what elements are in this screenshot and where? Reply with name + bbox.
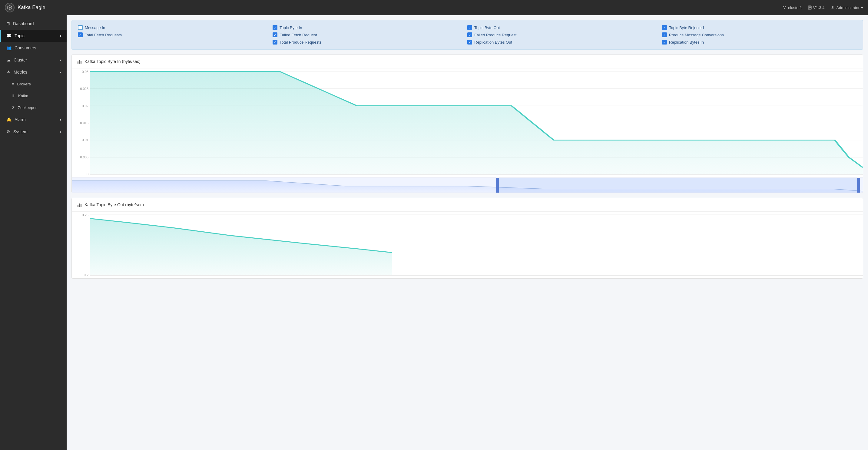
filter-empty [78,40,273,44]
metrics-icon: 👁 [6,70,10,74]
total-produce-requests-label: Total Produce Requests [280,40,321,44]
svg-rect-31 [496,178,860,193]
filter-grid: Message In ✓ Topic Byte In ✓ Topic Byte … [78,25,857,44]
sidebar-label-metrics: Metrics [13,70,27,74]
filter-total-produce-requests[interactable]: ✓ Total Produce Requests [273,40,467,44]
sidebar-item-topic[interactable]: 💬 Topic ▾ [0,30,67,42]
filter-failed-produce-request[interactable]: ✓ Failed Produce Request [467,32,662,37]
chart2-body: 0.25 0.2 [72,212,863,278]
alarm-chevron-icon: ▾ [60,118,61,122]
topic-byte-rejected-checkbox[interactable]: ✓ [662,25,667,30]
message-in-checkbox[interactable] [78,25,83,30]
sidebar-label-kafka: Kafka [18,94,28,98]
failed-fetch-request-label: Failed Fetch Request [280,33,317,37]
svg-point-10 [832,6,834,8]
dashboard-icon: ⊞ [6,21,10,26]
topnav-right: cluster1 V1.3.4 Administrator ▾ [782,5,863,10]
system-icon: ⚙ [6,129,10,134]
filter-panel: Message In ✓ Topic Byte In ✓ Topic Byte … [71,20,863,50]
filter-produce-message-conversions[interactable]: ✓ Produce Message Conversions [662,32,857,37]
chart1-minimap[interactable] [72,178,863,193]
filter-failed-fetch-request[interactable]: ✓ Failed Fetch Request [273,32,467,37]
sidebar-item-dashboard[interactable]: ⊞ Dashboard [0,18,67,30]
sidebar-item-zookeeper[interactable]: ⊼ Zookeeper [0,102,67,114]
sidebar-label-alarm: Alarm [14,117,26,122]
chart1-body: 0.03 0.025 0.02 0.015 0.01 0.005 0 [72,68,863,178]
version-indicator: V1.3.4 [808,5,825,10]
sidebar-label-zookeeper: Zookeeper [18,105,37,110]
brokers-icon: ≡ [12,82,14,86]
svg-rect-11 [78,62,79,64]
user-dropdown-icon: ▾ [861,5,863,10]
produce-message-conversions-label: Produce Message Conversions [669,33,724,37]
topic-byte-in-checkbox[interactable]: ✓ [273,25,277,30]
filter-replication-bytes-out[interactable]: ✓ Replication Bytes Out [467,40,662,44]
sidebar-item-brokers[interactable]: ≡ Brokers [0,78,67,90]
consumers-icon: 👥 [6,45,11,50]
replication-bytes-out-label: Replication Bytes Out [474,40,512,44]
svg-rect-32 [78,205,79,207]
sidebar-item-alarm[interactable]: 🔔 Alarm ▾ [0,114,67,126]
user-indicator[interactable]: Administrator ▾ [831,5,863,10]
filter-topic-byte-out[interactable]: ✓ Topic Byte Out [467,25,662,30]
sidebar-label-dashboard: Dashboard [13,21,34,26]
chart2-svg [90,215,863,275]
cluster-indicator: cluster1 [782,5,802,10]
sidebar-item-metrics[interactable]: 👁 Metrics ▾ [0,66,67,78]
replication-bytes-in-label: Replication Bytes In [669,40,704,44]
topic-chevron-icon: ▾ [60,34,61,37]
sidebar-item-cluster[interactable]: ☁ Cluster ▾ [0,54,67,66]
topic-byte-out-label: Topic Byte Out [474,26,500,30]
main-content: Message In ✓ Topic Byte In ✓ Topic Byte … [67,15,868,450]
system-chevron-icon: ▾ [60,130,61,133]
cluster-chevron-icon: ▾ [60,59,61,62]
svg-point-0 [9,7,10,8]
chart1-title: Kafka Topic Byte In (byte/sec) [85,59,141,64]
chart1-minimap-svg [72,178,863,193]
failed-produce-request-label: Failed Produce Request [474,33,516,37]
chart-bar2-icon [77,202,82,207]
failed-fetch-request-checkbox[interactable]: ✓ [273,32,277,37]
svg-rect-33 [79,203,80,207]
app-title: Kafka Eagle [18,4,45,10]
kafka-icon: ⊪ [12,94,15,98]
alarm-icon: 🔔 [6,117,11,122]
filter-message-in[interactable]: Message In [78,25,273,30]
chart1-svg: 2019-07-14 16:15 2019-07-14 16:27 2019-0… [90,71,863,174]
produce-message-conversions-checkbox[interactable]: ✓ [662,32,667,37]
filter-topic-byte-rejected[interactable]: ✓ Topic Byte Rejected [662,25,857,30]
sidebar-label-consumers: Consumers [14,45,36,50]
sidebar-label-system: System [13,129,28,134]
svg-rect-13 [81,61,82,64]
topic-byte-in-label: Topic Byte In [280,26,302,30]
top-navbar: Kafka Eagle cluster1 V1.3.4 Administrato… [0,0,868,15]
sidebar-label-topic: Topic [14,33,25,38]
sidebar-item-system[interactable]: ⚙ System ▾ [0,126,67,138]
chart1-y-labels: 0.03 0.025 0.02 0.015 0.01 0.005 0 [72,68,88,178]
total-fetch-requests-checkbox[interactable]: ✓ [78,32,83,37]
zookeeper-icon: ⊼ [12,105,15,110]
cluster-icon: ☁ [6,58,10,62]
sidebar-label-brokers: Brokers [17,82,31,86]
sidebar-item-consumers[interactable]: 👥 Consumers [0,42,67,54]
svg-rect-34 [81,204,82,207]
total-produce-requests-checkbox[interactable]: ✓ [273,40,277,44]
topic-icon: 💬 [6,33,11,38]
replication-bytes-out-checkbox[interactable]: ✓ [467,40,472,44]
filter-topic-byte-in[interactable]: ✓ Topic Byte In [273,25,467,30]
filter-total-fetch-requests[interactable]: ✓ Total Fetch Requests [78,32,273,37]
svg-rect-12 [79,60,80,64]
sidebar-label-cluster: Cluster [13,58,27,62]
chart-title-byte-out: Kafka Topic Byte Out (byte/sec) [72,198,863,212]
chart2-title: Kafka Topic Byte Out (byte/sec) [85,202,144,207]
failed-produce-request-checkbox[interactable]: ✓ [467,32,472,37]
app-logo: Kafka Eagle [5,3,45,12]
metrics-chevron-icon: ▾ [60,70,61,74]
topic-byte-out-checkbox[interactable]: ✓ [467,25,472,30]
filter-replication-bytes-in[interactable]: ✓ Replication Bytes In [662,40,857,44]
replication-bytes-in-checkbox[interactable]: ✓ [662,40,667,44]
topic-byte-rejected-label: Topic Byte Rejected [669,26,704,30]
message-in-label: Message In [85,26,105,30]
sidebar: ⊞ Dashboard 💬 Topic ▾ 👥 Consumers ☁ Clus… [0,15,67,450]
sidebar-item-kafka[interactable]: ⊪ Kafka [0,90,67,102]
